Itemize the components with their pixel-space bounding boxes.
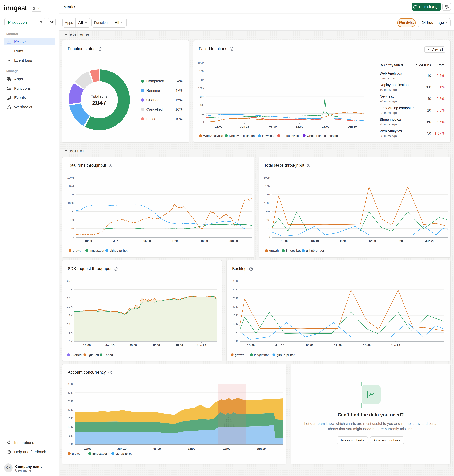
svg-text:15 K: 15 K xyxy=(68,417,73,420)
svg-text:Started: Started xyxy=(71,353,82,357)
svg-text:Queued: Queued xyxy=(88,353,99,357)
svg-text:18:00: 18:00 xyxy=(322,125,329,128)
svg-text:Jun 20: Jun 20 xyxy=(257,447,266,450)
svg-text:35 mins ago: 35 mins ago xyxy=(379,134,397,138)
svg-text:inngestbot: inngestbot xyxy=(254,353,269,357)
svg-text:growth: growth xyxy=(269,249,279,252)
svg-text:20 mins ago: 20 mins ago xyxy=(379,99,397,103)
svg-text:10 K: 10 K xyxy=(68,425,73,428)
svg-text:growth: growth xyxy=(73,249,82,252)
svg-text:35 K: 35 K xyxy=(232,280,238,282)
svg-text:10%: 10% xyxy=(175,117,183,121)
svg-text:100M: 100M xyxy=(197,61,204,64)
svg-text:0 K: 0 K xyxy=(68,340,73,343)
svg-text:Total runs: Total runs xyxy=(91,94,108,99)
svg-text:10M: 10M xyxy=(199,70,204,73)
svg-text:10: 10 xyxy=(71,227,74,230)
svg-text:Jun 19: Jun 19 xyxy=(275,344,284,347)
svg-text:Cancelled: Cancelled xyxy=(146,107,163,111)
svg-text:Recently failed: Recently failed xyxy=(379,63,403,67)
svg-text:Jun 19: Jun 19 xyxy=(310,239,319,242)
svg-text:1.67%: 1.67% xyxy=(434,132,444,135)
svg-text:Failed runs: Failed runs xyxy=(414,63,431,67)
svg-text:2047: 2047 xyxy=(92,99,106,106)
svg-text:50: 50 xyxy=(427,132,431,135)
svg-text:Jun 19: Jun 19 xyxy=(105,344,114,347)
svg-text:20 K: 20 K xyxy=(232,305,238,308)
svg-text:Ended: Ended xyxy=(104,353,113,357)
svg-text:100M: 100M xyxy=(67,176,74,179)
svg-text:100K: 100K xyxy=(264,202,270,205)
svg-text:Stripe invoice: Stripe invoice xyxy=(379,117,401,122)
svg-text:Jun 20: Jun 20 xyxy=(425,239,434,242)
svg-text:06:00: 06:00 xyxy=(306,344,313,347)
svg-text:inngestbot: inngestbot xyxy=(92,452,107,455)
svg-text:25 K: 25 K xyxy=(232,297,238,300)
svg-text:18:00: 18:00 xyxy=(281,239,288,242)
svg-text:22 mins ago: 22 mins ago xyxy=(379,111,397,115)
svg-text:100: 100 xyxy=(69,219,74,221)
svg-text:10: 10 xyxy=(427,108,431,112)
svg-text:10M: 10M xyxy=(69,185,74,188)
svg-text:1M: 1M xyxy=(200,78,204,81)
svg-text:Web Analytics: Web Analytics xyxy=(203,134,223,138)
svg-text:github-pr-bot: github-pr-bot xyxy=(306,249,324,252)
svg-text:06:00: 06:00 xyxy=(269,125,277,128)
svg-text:10: 10 xyxy=(427,74,431,78)
svg-text:github-pr-bot: github-pr-bot xyxy=(277,353,294,357)
svg-text:Jun 19: Jun 19 xyxy=(113,239,122,242)
svg-text:5 K: 5 K xyxy=(234,331,238,334)
svg-text:12:00: 12:00 xyxy=(334,344,341,347)
svg-text:Web Analytics: Web Analytics xyxy=(379,129,402,133)
svg-text:Queued: Queued xyxy=(146,98,159,102)
svg-text:Completed: Completed xyxy=(146,79,164,83)
svg-text:18:00: 18:00 xyxy=(247,344,254,347)
svg-text:06:00: 06:00 xyxy=(144,239,151,242)
svg-text:1M: 1M xyxy=(70,193,74,196)
svg-text:10 mins ago: 10 mins ago xyxy=(379,88,397,91)
svg-text:Failed: Failed xyxy=(146,117,156,121)
svg-text:12:00: 12:00 xyxy=(152,344,160,347)
svg-text:12:00: 12:00 xyxy=(188,447,195,450)
svg-text:10 K: 10 K xyxy=(232,322,238,325)
svg-text:0.3%: 0.3% xyxy=(436,97,444,101)
svg-text:100: 100 xyxy=(266,219,270,221)
svg-text:github-pr-bot: github-pr-bot xyxy=(115,452,133,455)
svg-text:Jun 20: Jun 20 xyxy=(229,239,238,242)
svg-text:24%: 24% xyxy=(175,79,183,83)
svg-text:20 K: 20 K xyxy=(67,305,73,308)
svg-text:12:00: 12:00 xyxy=(172,239,179,242)
svg-text:1: 1 xyxy=(203,121,204,124)
svg-text:100: 100 xyxy=(200,104,204,107)
svg-text:18:00: 18:00 xyxy=(363,344,371,347)
svg-text:30 K: 30 K xyxy=(67,288,73,291)
svg-text:10: 10 xyxy=(267,227,270,230)
svg-text:Deploy notifications: Deploy notifications xyxy=(229,134,256,138)
svg-text:20 K: 20 K xyxy=(68,408,73,411)
svg-text:40: 40 xyxy=(427,97,431,101)
svg-text:github-pr-bot: github-pr-bot xyxy=(110,249,128,252)
svg-text:1M: 1M xyxy=(266,193,270,196)
svg-text:12:00: 12:00 xyxy=(296,125,303,128)
svg-text:growth: growth xyxy=(72,452,82,455)
svg-text:25 mins ago: 25 mins ago xyxy=(379,123,397,126)
svg-text:inngestbot: inngestbot xyxy=(90,249,104,252)
svg-text:47%: 47% xyxy=(175,88,183,93)
svg-text:inngestbot: inngestbot xyxy=(286,249,301,252)
svg-text:5 K: 5 K xyxy=(68,331,73,334)
svg-text:0 K: 0 K xyxy=(69,443,73,446)
svg-text:Jun 20: Jun 20 xyxy=(348,125,357,128)
svg-text:5 mins ago: 5 mins ago xyxy=(379,76,395,80)
svg-text:0 K: 0 K xyxy=(234,340,238,343)
svg-text:18:00: 18:00 xyxy=(200,239,208,242)
svg-text:Jun 19: Jun 19 xyxy=(117,447,127,450)
svg-text:Onboarding campaign: Onboarding campaign xyxy=(307,134,338,138)
svg-text:0.5%: 0.5% xyxy=(436,74,444,78)
svg-text:100M: 100M xyxy=(264,176,270,179)
svg-text:18:00: 18:00 xyxy=(223,447,230,450)
svg-text:1: 1 xyxy=(269,235,270,238)
svg-text:100K: 100K xyxy=(198,87,204,90)
svg-text:Web Analytics: Web Analytics xyxy=(379,71,402,75)
svg-text:10K: 10K xyxy=(69,210,74,213)
svg-text:Running: Running xyxy=(146,88,160,93)
